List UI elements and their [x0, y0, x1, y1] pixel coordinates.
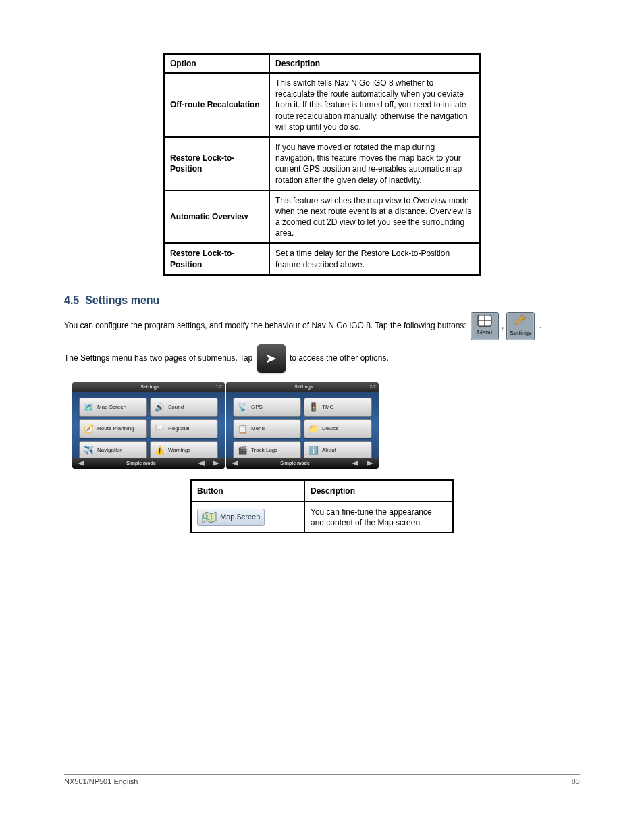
section-title: Settings menu: [85, 294, 159, 306]
menu-button-label: Menu: [477, 328, 493, 337]
menu-icon: [477, 315, 492, 327]
settings-button-label: Settings: [510, 328, 532, 338]
dev1-lbl-1: Sound: [168, 404, 184, 410]
dev1-btn-warnings[interactable]: ⚠️Warnings: [150, 441, 218, 460]
arrow-right-icon: [264, 351, 279, 366]
settings-pages-paragraph: The Settings menu has two pages of subme…: [64, 344, 580, 373]
dev1-prev-page-button[interactable]: [196, 460, 206, 467]
dev1-bottom-bar: Simple mode: [72, 458, 225, 469]
desc-restore-lock1: If you have moved or rotated the map dur…: [269, 137, 480, 190]
dev1-page-indicator: 1/2: [215, 384, 222, 389]
menu-button[interactable]: Menu: [471, 312, 499, 340]
footer-page-number: 83: [572, 777, 580, 785]
map-icon: 🗺️: [82, 401, 95, 413]
dev2-titlebar: Settings 2/2: [226, 382, 379, 392]
svg-marker-3: [203, 512, 216, 523]
col-header-desc2: Description: [304, 480, 453, 502]
dev2-page-indicator: 2/2: [369, 384, 376, 389]
dev1-btn-route-planning[interactable]: 🧭Route Planning: [79, 419, 147, 438]
dev2-lbl-2: Menu: [251, 425, 265, 432]
col-header-description: Description: [269, 54, 480, 73]
dev2-btn-menu[interactable]: 📋Menu: [233, 419, 301, 438]
map-screen-button-label: Map Screen: [220, 512, 260, 522]
opt-offroute-recalc: Off-route Recalculation: [164, 73, 269, 137]
next-page-button[interactable]: [257, 344, 286, 373]
options-table: Option Description Off-route Recalculati…: [163, 53, 481, 276]
opt-restore-lock1: Restore Lock-to-Position: [164, 137, 269, 190]
dev1-btn-map-screen[interactable]: 🗺️Map Screen: [79, 398, 147, 417]
speaker-icon: 🔊: [153, 401, 165, 413]
dev1-btn-navigation[interactable]: ✈️Navigation: [79, 441, 147, 460]
dev2-btn-gps[interactable]: 📡GPS: [233, 398, 301, 417]
desc-auto-overview: This feature switches the map view to Ov…: [269, 190, 480, 244]
col-header-button: Button: [191, 480, 304, 502]
para1-text: You can configure the program settings, …: [64, 321, 466, 330]
page-footer: NX501/NP501 English 83: [64, 774, 580, 785]
buttons-table: Button Description Map Screen You can fi…: [190, 479, 454, 533]
opt-restore-lock2: Restore Lock-to-Position: [164, 243, 269, 274]
flag-icon: 🏳️: [153, 423, 165, 435]
dev1-lbl-5: Warnings: [168, 447, 191, 453]
dev1-btn-regional[interactable]: 🏳️Regional: [150, 419, 218, 438]
desc-restore-lock2: Set a time delay for the Restore Lock-to…: [269, 243, 480, 274]
dev2-btn-about[interactable]: ℹ️About: [304, 441, 372, 460]
desc-offroute-recalc: This switch tells Nav N Go iGO 8 whether…: [269, 73, 480, 137]
map-screen-icon: [202, 511, 217, 523]
dev2-btn-tmc[interactable]: 🚦TMC: [304, 398, 372, 417]
map-screen-button[interactable]: Map Screen: [197, 509, 265, 526]
dev1-back-button[interactable]: [76, 460, 86, 467]
compass-icon: 🧭: [82, 423, 95, 435]
col-header-option: Option: [164, 54, 269, 73]
dev1-next-page-button[interactable]: [211, 460, 221, 467]
clapper-icon: 🎬: [236, 444, 248, 457]
dev2-btn-track-logs[interactable]: 🎬Track Logs: [233, 441, 301, 460]
warning-icon: ⚠️: [153, 444, 165, 457]
dev2-lbl-0: GPS: [251, 404, 263, 410]
dev1-titlebar: Settings 1/2: [72, 382, 225, 392]
dev2-mode[interactable]: Simple mode: [280, 461, 310, 465]
plane-icon: ✈️: [82, 444, 95, 457]
dev1-lbl-0: Map Screen: [97, 404, 126, 410]
dev2-lbl-3: Device: [322, 425, 338, 432]
dev2-lbl-5: About: [322, 447, 336, 453]
folder-icon: 📁: [307, 423, 319, 435]
cell-map-screen-desc: You can fine-tune the appearance and con…: [304, 502, 453, 533]
dev1-btn-sound[interactable]: 🔊Sound: [150, 398, 218, 417]
dev1-mode[interactable]: Simple mode: [126, 461, 156, 465]
opt-auto-overview: Automatic Overview: [164, 190, 269, 244]
grid-icon: 📋: [236, 423, 248, 435]
satellite-icon: 📡: [236, 401, 248, 413]
para2-text: The Settings menu has two pages of subme…: [64, 353, 255, 363]
wrench-icon: [514, 314, 527, 328]
dev2-title: Settings: [238, 384, 369, 389]
footer-doc-title: NX501/NP501 English: [64, 777, 138, 785]
settings-button[interactable]: Settings: [506, 312, 535, 340]
traffic-icon: 🚦: [307, 401, 319, 413]
settings-screenshot-2: Settings 2/2 📡GPS 🚦TMC 📋Menu 📁Device 🎬Tr…: [226, 382, 379, 469]
para2-tail: to access the other options.: [290, 353, 389, 363]
dev1-title: Settings: [84, 384, 215, 389]
dev2-btn-device[interactable]: 📁Device: [304, 419, 372, 438]
dev2-prev-page-button[interactable]: [350, 460, 360, 467]
dev2-lbl-1: TMC: [322, 404, 333, 410]
dev1-lbl-3: Regional: [168, 425, 190, 432]
separator-comma: ,: [502, 319, 504, 332]
dev2-bottom-bar: Simple mode: [226, 458, 379, 469]
para1-tail: .: [539, 321, 541, 330]
dev2-lbl-4: Track Logs: [251, 447, 277, 453]
settings-screenshot-1: Settings 1/2 🗺️Map Screen 🔊Sound 🧭Route …: [72, 382, 225, 469]
dev2-back-button[interactable]: [230, 460, 240, 467]
info-icon: ℹ️: [307, 444, 319, 457]
inline-menu-settings-icons: Menu , Settings: [471, 312, 535, 340]
dev1-lbl-2: Route Planning: [97, 425, 134, 432]
section-heading: 4.5 Settings menu: [64, 294, 580, 307]
dev1-lbl-4: Navigation: [97, 447, 123, 453]
cell-map-screen-button: Map Screen: [191, 502, 304, 533]
section-number: 4.5: [64, 294, 79, 306]
settings-intro-paragraph: You can configure the program settings, …: [64, 312, 580, 340]
settings-screenshots: Settings 1/2 🗺️Map Screen 🔊Sound 🧭Route …: [72, 382, 580, 469]
dev2-next-page-button[interactable]: [365, 460, 375, 467]
